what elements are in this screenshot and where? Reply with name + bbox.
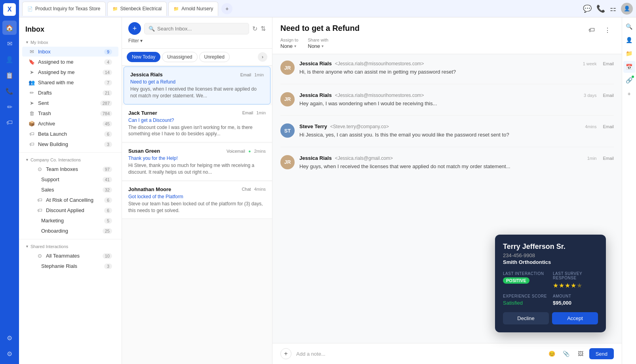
tab-stienbeck[interactable]: 📁 Stienbeck Electrical	[107, 2, 167, 16]
tag-button[interactable]: 🏷	[585, 24, 598, 36]
right-icon-add[interactable]: +	[623, 88, 635, 100]
sidebar-item-marketing[interactable]: Marketing 5	[22, 216, 118, 226]
sidebar-item-at-risk[interactable]: 🏷 At Risk of Cancelling 6	[22, 195, 118, 205]
nav-icon-cases[interactable]: 📋	[2, 68, 17, 82]
sidebar-item-new-building[interactable]: 🏷 New Building 3	[22, 139, 118, 149]
compose-button[interactable]: +	[128, 22, 141, 35]
message-items: Jessica Rials Email 1min Need to get a R…	[122, 66, 272, 364]
nav-icon-phone[interactable]: 📞	[2, 84, 17, 98]
message-item-0[interactable]: Jessica Rials Email 1min Need to get a R…	[124, 66, 270, 104]
company-interactions-section[interactable]: ▼ Company Co. Interactions	[19, 156, 122, 164]
search-box[interactable]: 🔍	[144, 23, 249, 34]
msg-type-1: Email	[242, 110, 253, 115]
filter-tab-unassigned[interactable]: Unassigned	[162, 52, 197, 62]
search-input[interactable]	[157, 26, 245, 32]
message-list-top-row: + 🔍 ↻ ⇅	[128, 22, 266, 35]
nav-icon-tag[interactable]: 🏷	[2, 116, 17, 130]
sort-icon[interactable]: ⇅	[261, 25, 266, 32]
sidebar-label-archive: Archive	[38, 121, 99, 127]
note-input[interactable]: Add a note...	[296, 351, 542, 357]
thread-time-1: 3 days	[584, 93, 596, 98]
add-tab-button[interactable]: +	[221, 3, 232, 14]
image-icon[interactable]: 🖼	[575, 348, 586, 359]
sidebar-count-beta-launch: 6	[104, 131, 112, 137]
sidebar-count-new-building: 3	[104, 142, 112, 147]
message-item-3[interactable]: Johnathan Moore Chat 4mins Got locked of…	[122, 182, 272, 219]
phone-icon[interactable]: 📞	[596, 4, 605, 13]
nav-icon-inbox[interactable]: ✉	[2, 36, 17, 51]
sidebar-label-drafts: Drafts	[38, 90, 99, 96]
filter-tab-more-arrow[interactable]: ›	[258, 52, 267, 62]
tab-icon-1: 📁	[112, 6, 118, 11]
thread-msg-header-2: Steve Terry <Steve.terry@company.co> 4mi…	[299, 123, 614, 129]
sidebar-label-beta-launch: Beta Launch	[38, 131, 101, 137]
user-avatar[interactable]: 👤	[621, 3, 633, 15]
last-interaction-group: LAST INTERACTION POSITIVE	[503, 271, 548, 289]
sidebar-item-all-teammates[interactable]: ⊙ All Teammates 10	[22, 251, 118, 261]
refresh-icon[interactable]: ↻	[252, 25, 257, 32]
message-item-2[interactable]: Susan Green Voicemail ● 2mins Thank you …	[122, 143, 272, 181]
sidebar-item-inbox[interactable]: ✉ Inbox 9	[22, 47, 118, 57]
experience-score-value: Satisfied	[503, 300, 548, 306]
filter-button[interactable]: Filter ▾	[128, 38, 143, 44]
sidebar-item-shared-with-me[interactable]: 👥 Shared with me 7	[22, 78, 118, 87]
thread-channel-0: Email	[603, 61, 614, 66]
sidebar-label-sales: Sales	[41, 187, 99, 193]
sidebar-item-beta-launch[interactable]: 🏷 Beta Launch 6	[22, 129, 118, 139]
share-with-value[interactable]: None ▾	[308, 43, 328, 49]
message-item-1[interactable]: Jack Turner Email 1min Can I get a Disco…	[122, 105, 272, 143]
right-icon-link[interactable]: 🔗	[623, 74, 635, 86]
sidebar-count-assigned-by-me: 14	[103, 70, 112, 75]
grid-icon[interactable]: ⚏	[610, 4, 616, 13]
shared-interactions-section[interactable]: ▼ Shared Interactions	[19, 243, 122, 250]
sidebar-item-team-inboxes[interactable]: ⊙ Team Inboxes 97	[22, 164, 118, 174]
sidebar-item-archive[interactable]: 📦 Archive 45	[22, 119, 118, 129]
sidebar-item-assigned-to-me[interactable]: 🔖 Assigned to me 4	[22, 57, 118, 67]
sidebar-item-discount[interactable]: 🏷 Discount Applied 6	[22, 205, 118, 215]
nav-icon-home[interactable]: 🏠	[2, 21, 17, 35]
decline-button[interactable]: Decline	[503, 312, 549, 324]
emoji-icon[interactable]: 😊	[547, 348, 558, 359]
sidebar-item-drafts[interactable]: ✏ Drafts 21	[22, 88, 118, 98]
sidebar-item-sent[interactable]: ➤ Sent 287	[22, 98, 118, 108]
thread-text-0: Hi, is there anyone who can assist me in…	[299, 68, 614, 76]
right-icon-calendar[interactable]: 📅	[623, 61, 635, 73]
sidebar-item-onboarding[interactable]: Onboarding 25	[22, 226, 118, 236]
sidebar-item-support[interactable]: Support 41	[22, 174, 118, 184]
sidebar-item-stephanie[interactable]: Stephanie Rials 3	[22, 261, 118, 271]
right-icon-search[interactable]: 🔍	[623, 21, 635, 32]
thread-body-1: Jessica Rials <Jessica.rials@missourihom…	[299, 92, 614, 108]
right-icon-files[interactable]: 📁	[623, 47, 635, 59]
last-interaction-badge: POSITIVE	[503, 277, 529, 284]
app-logo[interactable]: X	[3, 3, 16, 16]
chat-icon[interactable]: 💬	[583, 4, 592, 13]
assign-to-value[interactable]: None ▾	[280, 43, 298, 49]
sidebar-item-sales[interactable]: Sales 32	[22, 185, 118, 195]
filter-tab-new-today[interactable]: New Today	[127, 52, 160, 62]
more-options-button[interactable]: ⋮	[601, 24, 614, 36]
filter-tab-unreplied[interactable]: Unreplied	[199, 52, 230, 62]
nav-icon-edit[interactable]: ✏	[2, 100, 17, 114]
attach-icon[interactable]: 📎	[561, 348, 572, 359]
nav-icon-settings[interactable]: ⚙	[2, 331, 17, 345]
sidebar-count-assigned-to-me: 4	[104, 59, 112, 65]
nav-icon-contacts[interactable]: 👤	[2, 52, 17, 66]
sidebar-item-assigned-by-me[interactable]: ➤ Assigned by me 14	[22, 67, 118, 77]
tab-product-inquiry[interactable]: 📄 Product Inquiry for Texas Store	[22, 2, 106, 16]
amount-label: AMOUNT	[553, 294, 598, 298]
tab-icon-2: 📁	[173, 6, 179, 11]
my-inbox-section[interactable]: ▼ My Inbox	[19, 38, 122, 46]
company-label: Company Co. Interactions	[30, 157, 81, 162]
send-button[interactable]: Send	[589, 348, 614, 359]
msg-meta-2: Voicemail ● 2mins	[227, 149, 266, 154]
sidebar-count-discount: 6	[104, 208, 112, 213]
nav-icon-settings2[interactable]: ⚙	[2, 347, 17, 361]
sidebar-item-trash[interactable]: 🗑 Trash 784	[22, 108, 118, 118]
add-note-button[interactable]: +	[280, 348, 291, 359]
tab-arnold[interactable]: 📁 Arnold Nursery	[168, 2, 218, 16]
message-list-header: + 🔍 ↻ ⇅ Filter ▾	[122, 17, 272, 49]
contact-card-stats: LAST INTERACTION POSITIVE LAST SURVEY RE…	[503, 271, 598, 306]
accept-button[interactable]: Accept	[552, 312, 598, 324]
content-title: Need to get a Refund	[280, 24, 360, 33]
right-icon-contact[interactable]: 👤	[623, 34, 635, 46]
